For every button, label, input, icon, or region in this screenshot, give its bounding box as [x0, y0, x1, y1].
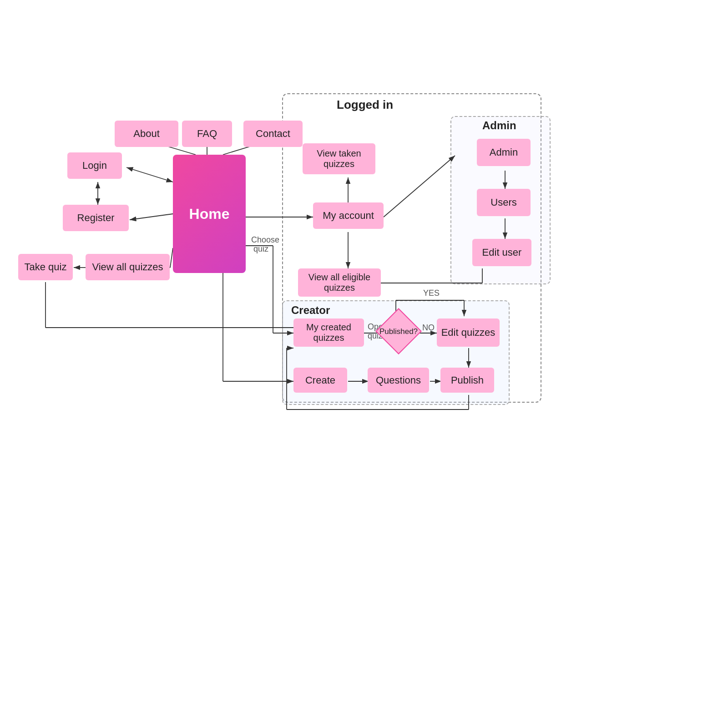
questions-label: Questions [376, 374, 421, 386]
view-eligible-quizzes-label: View all eligible quizzes [308, 272, 370, 293]
my-account-label: My account [323, 210, 374, 222]
edit-user-label: Edit user [482, 247, 522, 258]
choose-quiz-label: Choose [251, 235, 279, 244]
published-label: Published? [380, 318, 417, 345]
login-label: Login [82, 160, 107, 172]
edit-quizzes-label: Edit quizzes [441, 327, 495, 339]
faq-label: FAQ [197, 128, 217, 140]
take-quiz-node: Take quiz [18, 254, 73, 280]
my-created-quizzes-node: My created quizzes [293, 318, 364, 347]
about-label: About [133, 128, 160, 140]
create-node: Create [293, 368, 347, 393]
view-eligible-quizzes-node: View all eligible quizzes [298, 268, 381, 297]
create-label: Create [305, 374, 335, 386]
view-all-quizzes-label: View all quizzes [92, 261, 163, 273]
home-label: Home [189, 206, 230, 222]
admin-node-label: Admin [490, 147, 518, 158]
admin-section-label: Admin [482, 119, 516, 132]
svg-line-6 [126, 167, 173, 182]
publish-node: Publish [440, 368, 494, 393]
edit-quizzes-node: Edit quizzes [437, 318, 500, 347]
view-all-quizzes-node: View all quizzes [86, 254, 170, 280]
diagram-container: Logged in Admin Creator [0, 0, 728, 728]
faq-node: FAQ [182, 121, 232, 147]
my-created-quizzes-label: My created quizzes [306, 322, 351, 343]
my-account-node: My account [313, 202, 384, 229]
svg-line-8 [130, 214, 173, 220]
contact-node: Contact [243, 121, 303, 147]
view-taken-quizzes-label: View taken quizzes [317, 148, 361, 169]
choose-quiz-label2: quiz [253, 244, 268, 253]
creator-section-label: Creator [291, 304, 330, 317]
about-node: About [115, 121, 178, 147]
register-label: Register [77, 212, 115, 224]
users-node: Users [477, 189, 531, 216]
users-label: Users [490, 197, 516, 208]
register-node: Register [63, 205, 129, 231]
edit-user-node: Edit user [472, 239, 531, 266]
take-quiz-label: Take quiz [25, 261, 67, 273]
contact-label: Contact [256, 128, 290, 140]
logged-in-label: Logged in [337, 98, 393, 112]
view-taken-quizzes-node: View taken quizzes [303, 143, 375, 174]
login-node: Login [67, 152, 122, 179]
admin-node: Admin [477, 139, 531, 166]
publish-label: Publish [451, 374, 484, 386]
questions-node: Questions [368, 368, 429, 393]
home-node: Home [173, 155, 246, 273]
